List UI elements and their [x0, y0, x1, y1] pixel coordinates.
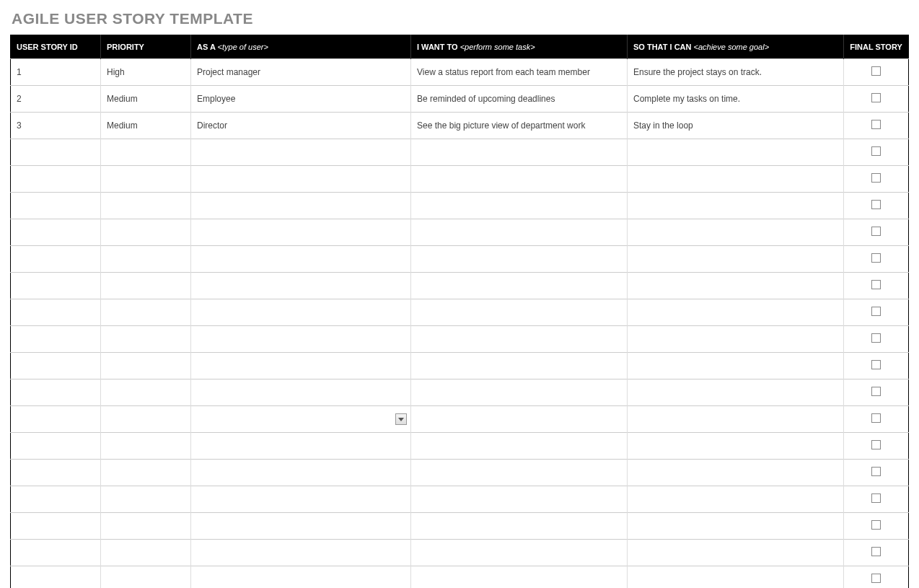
- cell-asa[interactable]: [191, 379, 411, 406]
- cell-want[interactable]: Be reminded of upcoming deadlines: [411, 86, 628, 113]
- cell-want[interactable]: [411, 540, 628, 566]
- cell-sothat[interactable]: [628, 219, 844, 246]
- cell-want[interactable]: [411, 219, 628, 246]
- final-story-checkbox[interactable]: [871, 66, 881, 76]
- cell-want[interactable]: [411, 273, 628, 299]
- final-story-checkbox[interactable]: [871, 307, 881, 316]
- cell-sothat[interactable]: [628, 166, 844, 193]
- cell-want[interactable]: [411, 353, 628, 379]
- final-story-checkbox[interactable]: [871, 173, 881, 183]
- cell-priority[interactable]: [101, 566, 191, 589]
- cell-id[interactable]: 2: [11, 86, 101, 113]
- cell-asa[interactable]: [191, 406, 411, 433]
- cell-sothat[interactable]: Ensure the project stays on track.: [628, 59, 844, 86]
- cell-want[interactable]: [411, 513, 628, 540]
- final-story-checkbox[interactable]: [871, 467, 881, 476]
- cell-asa[interactable]: [191, 219, 411, 246]
- cell-priority[interactable]: [101, 166, 191, 193]
- cell-id[interactable]: [11, 246, 101, 273]
- cell-priority[interactable]: [101, 326, 191, 353]
- cell-want[interactable]: [411, 433, 628, 460]
- cell-id[interactable]: [11, 353, 101, 379]
- cell-id[interactable]: [11, 513, 101, 540]
- cell-priority[interactable]: Medium: [101, 86, 191, 113]
- cell-asa[interactable]: [191, 433, 411, 460]
- cell-priority[interactable]: [101, 299, 191, 326]
- cell-sothat[interactable]: [628, 139, 844, 166]
- final-story-checkbox[interactable]: [871, 227, 881, 236]
- cell-want[interactable]: [411, 460, 628, 486]
- cell-want[interactable]: [411, 379, 628, 406]
- final-story-checkbox[interactable]: [871, 493, 881, 503]
- cell-want[interactable]: [411, 193, 628, 219]
- cell-sothat[interactable]: Stay in the loop: [628, 113, 844, 139]
- cell-id[interactable]: [11, 326, 101, 353]
- cell-id[interactable]: [11, 166, 101, 193]
- cell-want[interactable]: [411, 246, 628, 273]
- final-story-checkbox[interactable]: [871, 413, 881, 423]
- cell-sothat[interactable]: [628, 299, 844, 326]
- cell-want[interactable]: [411, 566, 628, 589]
- cell-priority[interactable]: [101, 540, 191, 566]
- cell-want[interactable]: [411, 299, 628, 326]
- cell-id[interactable]: [11, 460, 101, 486]
- cell-id[interactable]: [11, 219, 101, 246]
- cell-id[interactable]: 3: [11, 113, 101, 139]
- cell-asa[interactable]: Employee: [191, 86, 411, 113]
- final-story-checkbox[interactable]: [871, 120, 881, 129]
- final-story-checkbox[interactable]: [871, 253, 881, 263]
- cell-sothat[interactable]: [628, 433, 844, 460]
- final-story-checkbox[interactable]: [871, 387, 881, 396]
- cell-priority[interactable]: High: [101, 59, 191, 86]
- cell-asa[interactable]: [191, 166, 411, 193]
- final-story-checkbox[interactable]: [871, 547, 881, 556]
- final-story-checkbox[interactable]: [871, 280, 881, 289]
- cell-asa[interactable]: [191, 566, 411, 589]
- final-story-checkbox[interactable]: [871, 146, 881, 156]
- cell-want[interactable]: See the big picture view of department w…: [411, 113, 628, 139]
- cell-id[interactable]: [11, 406, 101, 433]
- final-story-checkbox[interactable]: [871, 333, 881, 343]
- cell-asa[interactable]: [191, 193, 411, 219]
- cell-want[interactable]: [411, 486, 628, 513]
- cell-asa[interactable]: Director: [191, 113, 411, 139]
- cell-want[interactable]: View a status report from each team memb…: [411, 59, 628, 86]
- cell-asa[interactable]: [191, 246, 411, 273]
- cell-sothat[interactable]: [628, 513, 844, 540]
- final-story-checkbox[interactable]: [871, 520, 881, 530]
- cell-asa[interactable]: [191, 299, 411, 326]
- cell-sothat[interactable]: [628, 540, 844, 566]
- cell-want[interactable]: [411, 326, 628, 353]
- cell-priority[interactable]: [101, 486, 191, 513]
- cell-priority[interactable]: [101, 406, 191, 433]
- final-story-checkbox[interactable]: [871, 200, 881, 209]
- cell-priority[interactable]: [101, 379, 191, 406]
- cell-priority[interactable]: [101, 193, 191, 219]
- cell-priority[interactable]: [101, 433, 191, 460]
- cell-id[interactable]: [11, 379, 101, 406]
- cell-want[interactable]: [411, 406, 628, 433]
- cell-sothat[interactable]: [628, 326, 844, 353]
- cell-want[interactable]: [411, 139, 628, 166]
- cell-priority[interactable]: [101, 139, 191, 166]
- final-story-checkbox[interactable]: [871, 574, 881, 583]
- chevron-down-icon[interactable]: [395, 413, 407, 425]
- cell-priority[interactable]: [101, 219, 191, 246]
- cell-priority[interactable]: [101, 273, 191, 299]
- cell-asa[interactable]: Project manager: [191, 59, 411, 86]
- cell-sothat[interactable]: [628, 379, 844, 406]
- cell-id[interactable]: [11, 566, 101, 589]
- cell-asa[interactable]: [191, 460, 411, 486]
- cell-sothat[interactable]: [628, 566, 844, 589]
- cell-id[interactable]: [11, 193, 101, 219]
- final-story-checkbox[interactable]: [871, 360, 881, 369]
- cell-id[interactable]: [11, 433, 101, 460]
- cell-priority[interactable]: [101, 460, 191, 486]
- cell-asa[interactable]: [191, 353, 411, 379]
- cell-asa[interactable]: [191, 540, 411, 566]
- cell-priority[interactable]: [101, 513, 191, 540]
- final-story-checkbox[interactable]: [871, 93, 881, 102]
- cell-id[interactable]: [11, 486, 101, 513]
- cell-id[interactable]: [11, 273, 101, 299]
- cell-priority[interactable]: [101, 353, 191, 379]
